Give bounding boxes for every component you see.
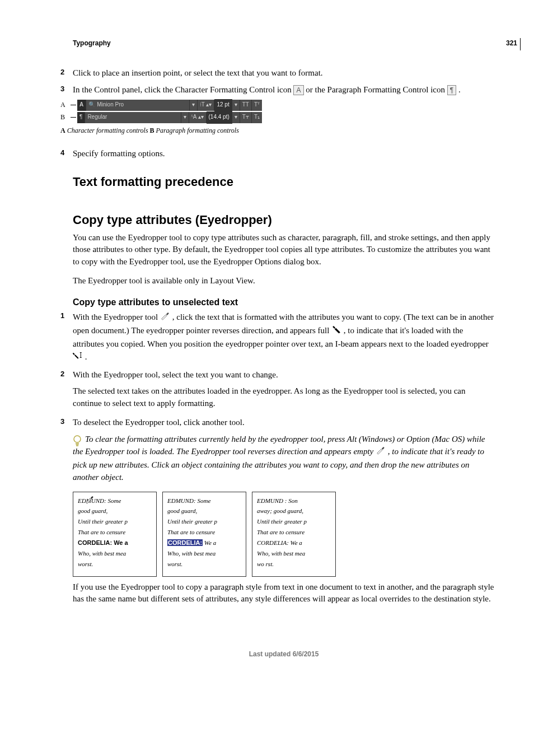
step-text: Click to place an insertion point, or se… — [73, 68, 323, 77]
copy-intro-paragraph: You can use the Eyedropper tool to copy … — [73, 232, 495, 268]
step-number: 2 — [60, 67, 64, 78]
mode-para-icon: ¶ — [77, 112, 85, 123]
example-box: EDMUND: Somegood guard,Until their great… — [73, 492, 157, 577]
step-number: 3 — [60, 417, 64, 427]
example-box: EDMUND : Sonaway; good guard,Until their… — [252, 492, 336, 577]
example-line: Until their greater p — [167, 517, 241, 526]
step-4: 4 Specify formatting options. — [73, 148, 495, 160]
step-number: 2 — [60, 369, 64, 380]
step-text-part: or the Paragraph Formatting Control icon — [306, 85, 447, 94]
example-line: wo rst. — [257, 560, 331, 568]
eyedropper-ibeam-icon — [73, 350, 83, 364]
example-line: CORDELIA: We a — [257, 539, 331, 547]
step-2-followup: The selected text takes on the attribute… — [73, 385, 495, 410]
example-line: That are to censure — [257, 528, 331, 536]
step-text-part: . — [458, 85, 461, 94]
example-box: EDMUND: Somegood guard,Until their great… — [162, 492, 246, 577]
page-number: 321 — [506, 39, 517, 47]
example-line: Until their greater p — [257, 517, 331, 526]
example-line: EDMUND: Some — [167, 497, 241, 505]
font-family-field: Minion Pro — [97, 101, 124, 109]
step-text-part: In the Control panel, click the Characte… — [73, 85, 293, 94]
eyedropper-empty-icon — [160, 310, 170, 324]
example-line: Who, with best mea — [78, 549, 152, 558]
superscript-icon: Tᵀ — [252, 100, 262, 111]
heading-precedence: Text formatting precedence — [73, 175, 495, 189]
eyedropper-empty-icon — [376, 445, 386, 459]
example-line: worst. — [78, 560, 152, 568]
subscript-icon: T₁ — [252, 112, 262, 123]
allcaps-icon: TT — [240, 100, 252, 111]
example-line: That are to censure — [167, 528, 241, 536]
figure-callout-a: A — [60, 100, 71, 110]
unselected-step-2: 2 With the Eyedropper tool, select the t… — [73, 369, 495, 410]
leading-field: (14.4 pt) — [207, 111, 232, 124]
copy-note-paragraph: The Eyedropper tool is available only in… — [73, 275, 495, 287]
example-line: away; good guard, — [257, 507, 331, 515]
paragraph-formatting-icon: ¶ — [447, 85, 456, 95]
example-line: Who, with best mea — [167, 549, 241, 558]
figure-caption: A Character formatting controls B Paragr… — [60, 126, 495, 136]
example-line: CORDELIA: We a — [78, 539, 152, 547]
tip-note: To clear the formatting attributes curre… — [73, 433, 495, 484]
footer-updated: Last updated 6/6/2015 — [73, 650, 495, 658]
post-example-paragraph: If you use the Eyedropper tool to copy a… — [73, 581, 495, 606]
example-line: That are to censure — [78, 528, 152, 536]
unselected-step-1: 1 With the Eyedropper tool , click the t… — [73, 311, 495, 365]
tip-lightbulb-icon — [72, 435, 82, 447]
heading-copy-attributes: Copy type attributes (Eyedropper) — [73, 213, 495, 227]
example-line: Who, with best mea — [257, 549, 331, 558]
example-line: CORDELIA: We a — [167, 539, 241, 547]
eyedropper-example-figure: EDMUND: Somegood guard,Until their great… — [73, 492, 495, 577]
control-panel-figure: A A 🔍Minion Pro ▾ ⁝T ▴▾ 12 pt ▾ TT Tᵀ B — [60, 100, 495, 123]
svg-point-0 — [74, 436, 81, 442]
example-line: good guard, — [78, 507, 152, 515]
heading-unselected: Copy type attributes to unselected text — [73, 297, 495, 307]
font-size-field: 12 pt — [214, 99, 232, 111]
step-number: 3 — [60, 84, 64, 95]
step-number: 4 — [60, 148, 64, 158]
example-line: worst. — [167, 560, 241, 568]
font-style-field: Regular — [85, 112, 181, 123]
smallcaps-icon: Tᴛ — [240, 112, 252, 123]
character-formatting-icon: A — [293, 85, 303, 95]
chapter-title: Typography — [73, 39, 495, 47]
figure-callout-b: B — [60, 113, 71, 122]
step-number: 1 — [60, 311, 64, 321]
mode-char-icon: A — [77, 100, 86, 111]
example-line: good guard, — [167, 507, 241, 515]
unselected-step-3: 3 To deselect the Eyedropper tool, click… — [73, 417, 495, 429]
step-text: Specify formatting options. — [73, 149, 165, 158]
step-2: 2 Click to place an insertion point, or … — [73, 67, 495, 80]
example-line: Until their greater p — [78, 517, 152, 526]
step-3: 3 In the Control panel, click the Charac… — [73, 84, 495, 136]
example-line: EDMUND : Son — [257, 497, 331, 505]
eyedropper-full-icon — [331, 324, 341, 338]
